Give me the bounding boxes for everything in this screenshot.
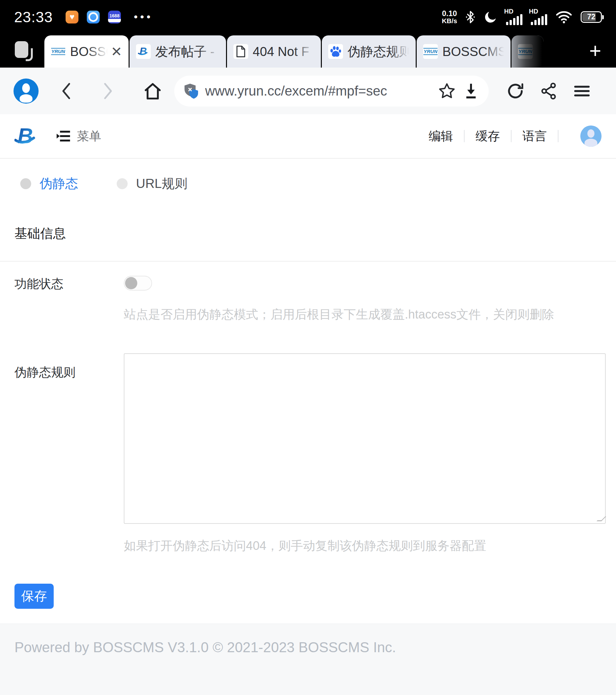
tab-title: BOSSC bbox=[70, 45, 108, 59]
section-head: 基础信息 bbox=[0, 207, 616, 261]
save-button[interactable]: 保存 bbox=[15, 584, 54, 609]
1688-app-notification-icon: 1688 bbox=[108, 11, 121, 23]
edit-link[interactable]: 编辑 bbox=[428, 128, 453, 145]
more-notifications-icon: ••• bbox=[134, 11, 153, 23]
section-title: 基础信息 bbox=[15, 226, 66, 240]
tab-404-not-found[interactable]: 404 Not F bbox=[227, 35, 321, 68]
bookmark-star-icon[interactable] bbox=[438, 82, 456, 100]
radio-url-rules-label[interactable]: URL规则 bbox=[136, 175, 188, 192]
bosscms-logo[interactable]: B bbox=[15, 123, 37, 149]
share-icon[interactable] bbox=[540, 82, 558, 100]
divider bbox=[464, 130, 464, 142]
url-text[interactable]: www.yrun.cc/excem/#mpf=sec bbox=[205, 83, 431, 99]
tab-title: 伪静态规则 bbox=[348, 43, 409, 61]
copyright-text: Powered by BOSSCMS V3.1.0 © 2021-2023 BO… bbox=[15, 639, 396, 655]
status-help-text: 站点是否启用伪静态模式；启用后根目录下生成覆盖.htaccess文件，关闭则删除 bbox=[124, 307, 606, 322]
tab-title: 404 Not F bbox=[253, 45, 314, 59]
forward-icon[interactable] bbox=[102, 82, 115, 100]
rules-textarea[interactable] bbox=[124, 353, 606, 524]
bluetooth-icon bbox=[465, 10, 475, 24]
rules-help-text: 如果打开伪静态后访问404，则手动复制该伪静态规则到服务器配置 bbox=[124, 538, 606, 554]
browser-account-avatar[interactable] bbox=[14, 79, 39, 104]
cellular-signal-1-icon: HD bbox=[506, 9, 523, 25]
form-row-status: 功能状态 站点是否启用伪静态模式；启用后根目录下生成覆盖.htaccess文件，… bbox=[0, 276, 616, 322]
header-actions: 编辑 缓存 语言 bbox=[428, 125, 601, 147]
status-left: 23:33 ♥ 1688 ••• bbox=[14, 9, 153, 26]
address-bar[interactable]: www.yrun.cc/excem/#mpf=sec bbox=[174, 75, 489, 106]
menu-fold-icon bbox=[55, 128, 72, 144]
browser-tab-bar: YRUN BOSSC ✕ B 发布帖子 - bbox=[0, 34, 616, 68]
yrun-favicon-icon: YRUN bbox=[51, 44, 66, 59]
svg-text:B: B bbox=[18, 124, 33, 148]
language-link[interactable]: 语言 bbox=[523, 128, 547, 145]
tab-baidu-search[interactable]: 伪静态规则 bbox=[322, 35, 416, 68]
yrun-favicon-icon: YRUN bbox=[423, 44, 438, 59]
health-app-notification-icon: ♥ bbox=[66, 11, 78, 23]
camera-app-notification-icon bbox=[87, 11, 100, 23]
network-speed: 0.10 KB/s bbox=[442, 9, 457, 24]
status-bar: 23:33 ♥ 1688 ••• 0.10 KB/s bbox=[0, 0, 616, 34]
rules-label: 伪静态规则 bbox=[0, 353, 124, 554]
tab-switcher-icon[interactable] bbox=[15, 41, 32, 61]
screen: 23:33 ♥ 1688 ••• 0.10 KB/s bbox=[0, 0, 616, 695]
site-header: B 菜单 编辑 缓存 语言 bbox=[0, 114, 616, 159]
cellular-signal-2-icon: HD bbox=[531, 9, 547, 25]
tab-publish-post[interactable]: B 发布帖子 - bbox=[129, 35, 226, 68]
cache-link[interactable]: 缓存 bbox=[475, 128, 500, 145]
battery-icon: 72 bbox=[581, 11, 602, 23]
status-label: 功能状态 bbox=[0, 276, 124, 322]
site-safety-shield-icon[interactable] bbox=[184, 83, 199, 99]
radio-pseudo-static[interactable] bbox=[20, 178, 31, 189]
divider bbox=[558, 130, 559, 142]
home-icon[interactable] bbox=[143, 81, 163, 101]
close-tab-icon[interactable]: ✕ bbox=[111, 44, 122, 60]
wifi-icon bbox=[556, 10, 572, 24]
document-favicon-icon bbox=[233, 44, 248, 59]
menu-hamburger-icon[interactable] bbox=[573, 82, 591, 100]
form-row-rules: 伪静态规则 如果打开伪静态后访问404，则手动复制该伪静态规则到服务器配置 bbox=[0, 353, 616, 554]
tab-strip: YRUN BOSSC ✕ B 发布帖子 - bbox=[45, 34, 545, 68]
user-avatar[interactable] bbox=[580, 125, 601, 147]
divider bbox=[511, 130, 511, 142]
tab-bosscms-active[interactable]: YRUN BOSSC ✕ bbox=[45, 35, 128, 68]
download-icon[interactable] bbox=[463, 82, 479, 100]
status-right: 0.10 KB/s HD HD bbox=[442, 9, 602, 25]
baidu-paw-favicon-icon bbox=[328, 44, 343, 59]
menu-toggle[interactable]: 菜单 bbox=[55, 128, 101, 145]
clock: 23:33 bbox=[14, 9, 53, 26]
do-not-disturb-moon-icon bbox=[483, 10, 498, 24]
radio-pseudo-static-label[interactable]: 伪静态 bbox=[39, 175, 78, 192]
view-switch: 伪静态 URL规则 bbox=[0, 159, 616, 207]
bosscms-b-favicon-icon: B bbox=[136, 44, 151, 59]
menu-label: 菜单 bbox=[77, 128, 101, 145]
tab-partial-edge[interactable]: YRUN B bbox=[511, 35, 544, 68]
radio-url-rules[interactable] bbox=[117, 178, 128, 189]
tab-bosscms-2[interactable]: YRUN BOSSCMS bbox=[417, 35, 511, 68]
browser-nav-bar: www.yrun.cc/excem/#mpf=sec bbox=[0, 68, 616, 114]
refresh-icon[interactable] bbox=[506, 82, 525, 100]
back-icon[interactable] bbox=[60, 82, 73, 100]
settings-form: 功能状态 站点是否启用伪静态模式；启用后根目录下生成覆盖.htaccess文件，… bbox=[0, 261, 616, 609]
tab-title: BOSSCMS bbox=[442, 45, 504, 59]
new-tab-plus-icon[interactable]: + bbox=[589, 40, 601, 61]
page-footer: Powered by BOSSCMS V3.1.0 © 2021-2023 BO… bbox=[0, 624, 616, 695]
tab-title: 发布帖子 - bbox=[155, 43, 219, 61]
svg-text:B: B bbox=[140, 46, 147, 57]
status-toggle[interactable] bbox=[124, 276, 152, 291]
